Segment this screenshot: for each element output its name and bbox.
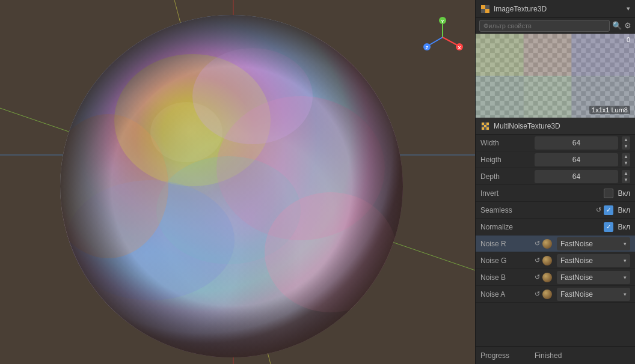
prop-row-width: Width 64 ▲ ▼: [476, 135, 635, 151]
depth-spinbox[interactable]: 64: [535, 170, 618, 183]
texture-preview[interactable]: 0 1x1x1 Lum8: [476, 34, 635, 118]
noise-b-ball-icon: [542, 273, 552, 282]
svg-point-16: [60, 15, 403, 357]
prop-row-noise-b: Noise B ↺ FastNoise ▾: [476, 269, 635, 286]
prop-value-normalize: Вкл: [535, 222, 630, 232]
search-input[interactable]: [479, 20, 610, 32]
svg-rect-46: [486, 123, 489, 125]
svg-rect-52: [486, 127, 489, 130]
seamless-reset-icon[interactable]: ↺: [596, 206, 601, 214]
noise-g-dropdown[interactable]: FastNoise ▾: [557, 254, 630, 267]
texture-number: 0: [627, 36, 630, 43]
noise-g-reset-icon[interactable]: ↺: [535, 256, 540, 264]
noise-b-reset-icon[interactable]: ↺: [535, 273, 540, 281]
heigth-down-arrow[interactable]: ▼: [622, 160, 630, 166]
heigth-spinbox[interactable]: 64: [535, 153, 618, 166]
viewport[interactable]: Y Z X: [0, 0, 475, 364]
prop-value-depth[interactable]: 64 ▲ ▼: [535, 170, 630, 183]
width-value: 64: [535, 136, 618, 150]
noise-b-icons: ↺: [535, 273, 552, 282]
prop-value-seamless: ↺ Вкл: [535, 205, 630, 215]
noise-texture-icon: [480, 121, 490, 131]
prop-row-noise-g: Noise G ↺ FastNoise ▾: [476, 252, 635, 269]
noise-r-value: FastNoise: [560, 240, 593, 248]
heigth-up-arrow[interactable]: ▲: [622, 153, 630, 160]
prop-row-seamless: Seamless ↺ Вкл: [476, 202, 635, 219]
noise-b-value: FastNoise: [560, 273, 593, 282]
prop-row-heigth: Heigth 64 ▲ ▼: [476, 151, 635, 168]
noise-a-ball-icon: [542, 290, 552, 299]
svg-rect-41: [524, 76, 572, 118]
prop-value-noise-g: ↺ FastNoise ▾: [535, 254, 630, 267]
noise-a-dropdown[interactable]: FastNoise ▾: [557, 288, 630, 301]
noise-r-reset-icon[interactable]: ↺: [535, 240, 540, 247]
noise-a-icons: ↺: [535, 290, 552, 299]
prop-row-invert: Invert Вкл: [476, 185, 635, 202]
width-arrows[interactable]: ▲ ▼: [622, 136, 630, 150]
normalize-checkbox[interactable]: [604, 222, 613, 232]
noise-g-value: FastNoise: [560, 256, 593, 265]
prop-label-depth: Depth: [480, 172, 535, 181]
svg-rect-30: [485, 9, 489, 13]
svg-text:X: X: [458, 45, 461, 50]
noise-r-dropdown[interactable]: FastNoise ▾: [557, 237, 630, 250]
prop-label-heigth: Heigth: [480, 156, 535, 164]
header-dropdown-arrow[interactable]: ▾: [627, 5, 630, 13]
normalize-text: Вкл: [618, 223, 630, 231]
progress-row: Progress Finished: [476, 346, 635, 364]
svg-rect-49: [486, 125, 489, 127]
svg-text:Y: Y: [441, 19, 444, 24]
svg-point-17: [150, 102, 222, 162]
noise-r-dropdown-arrow: ▾: [624, 241, 627, 247]
search-icon[interactable]: 🔍: [612, 21, 622, 30]
prop-label-seamless: Seamless: [480, 206, 535, 214]
prop-label-normalize: Normalize: [480, 223, 535, 231]
sub-header: MultiNoiseTexture3D: [476, 118, 635, 135]
svg-rect-51: [484, 127, 486, 130]
texture-label: 1x1x1 Lum8: [589, 106, 630, 114]
svg-line-24: [443, 37, 458, 46]
width-spinbox[interactable]: 64: [535, 136, 618, 150]
svg-rect-28: [485, 5, 489, 9]
svg-text:Z: Z: [426, 45, 429, 50]
noise-a-dropdown-arrow: ▾: [624, 291, 627, 297]
prop-value-heigth[interactable]: 64 ▲ ▼: [535, 153, 630, 166]
noise-a-value: FastNoise: [560, 290, 593, 299]
properties-title: ImageTexture3D: [494, 5, 627, 13]
heigth-arrows[interactable]: ▲ ▼: [622, 153, 630, 166]
noise-r-icons: ↺: [535, 239, 552, 249]
depth-up-arrow[interactable]: ▲: [622, 170, 630, 177]
width-up-arrow[interactable]: ▲: [622, 136, 630, 143]
svg-rect-37: [476, 34, 524, 76]
search-bar: 🔍 ⚙: [476, 18, 635, 34]
prop-value-invert: Вкл: [535, 189, 630, 198]
svg-rect-44: [482, 123, 484, 125]
prop-value-noise-a: ↺ FastNoise ▾: [535, 288, 630, 301]
noise-g-icons: ↺: [535, 256, 552, 265]
prop-row-normalize: Normalize Вкл: [476, 219, 635, 235]
prop-value-noise-b: ↺ FastNoise ▾: [535, 271, 630, 284]
prop-label-noise-r: Noise R: [480, 240, 535, 248]
svg-rect-39: [571, 34, 635, 76]
properties-header: ImageTexture3D ▾: [476, 0, 635, 18]
settings-icon[interactable]: ⚙: [624, 21, 631, 30]
svg-rect-50: [482, 127, 484, 130]
heigth-value: 64: [535, 153, 618, 166]
svg-rect-38: [524, 34, 572, 76]
invert-checkbox[interactable]: [604, 189, 613, 198]
prop-row-noise-a: Noise A ↺ FastNoise ▾: [476, 286, 635, 303]
depth-arrows[interactable]: ▲ ▼: [622, 170, 630, 183]
noise-b-dropdown[interactable]: FastNoise ▾: [557, 271, 630, 284]
width-down-arrow[interactable]: ▼: [622, 143, 630, 150]
prop-value-width[interactable]: 64 ▲ ▼: [535, 136, 630, 150]
noise-a-reset-icon[interactable]: ↺: [535, 290, 540, 298]
viewport-gizmo[interactable]: Y Z X: [422, 17, 463, 58]
svg-rect-47: [482, 125, 484, 127]
depth-down-arrow[interactable]: ▼: [622, 177, 630, 183]
noise-r-ball-icon: [542, 239, 552, 249]
seamless-checkbox[interactable]: [604, 205, 613, 215]
depth-value: 64: [535, 170, 618, 183]
noise-b-dropdown-arrow: ▾: [624, 275, 627, 281]
svg-line-21: [428, 37, 443, 46]
prop-label-width: Width: [480, 139, 535, 147]
